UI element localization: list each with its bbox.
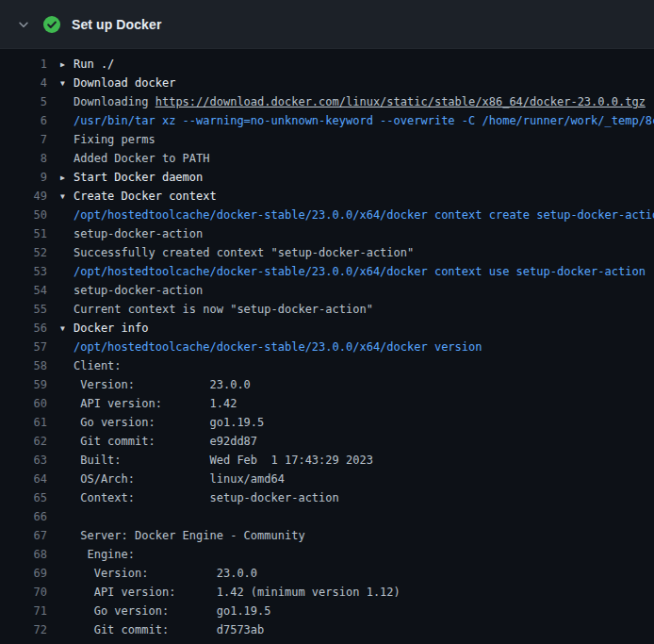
- log-text: Downloading https://download.docker.com/…: [55, 92, 646, 111]
- log-text: ▶Run ./: [55, 55, 114, 74]
- log-line: 50/opt/hostedtoolcache/docker-stable/23.…: [0, 206, 654, 224]
- log-line: 6/usr/bin/tar xz --warning=no-unknown-ke…: [0, 111, 654, 130]
- log-group-line[interactable]: 49▼Create Docker context: [0, 187, 654, 206]
- success-check-icon: [43, 16, 60, 33]
- log-group-line[interactable]: 56▼Docker info: [0, 319, 654, 338]
- log-text: Current context is now "setup-docker-act…: [55, 300, 373, 319]
- log-text: Git commit: e92dd87: [55, 432, 257, 451]
- log-text: Go version: go1.19.5: [55, 602, 271, 620]
- line-number[interactable]: 61: [0, 413, 55, 432]
- line-number[interactable]: 53: [0, 262, 55, 281]
- log-line: 51setup-docker-action: [0, 224, 654, 243]
- log-text: Version: 23.0.0: [55, 564, 257, 583]
- log-line: 52Successfully created context "setup-do…: [0, 243, 654, 262]
- line-number[interactable]: 50: [0, 206, 55, 224]
- log-line: 7Fixing perms: [0, 130, 654, 149]
- line-number[interactable]: 60: [0, 394, 55, 413]
- log-group-line[interactable]: 9▶Start Docker daemon: [0, 168, 654, 187]
- log-line: 63 Built: Wed Feb 1 17:43:29 2023: [0, 451, 654, 470]
- log-line: 66: [0, 507, 654, 526]
- log-line: 69 Version: 23.0.0: [0, 564, 654, 583]
- line-number[interactable]: 5: [0, 92, 55, 111]
- line-number[interactable]: 71: [0, 602, 55, 620]
- line-number[interactable]: 52: [0, 243, 55, 262]
- log-text: setup-docker-action: [55, 224, 203, 243]
- log-container: 1▶Run ./4▼Download docker5Downloading ht…: [0, 49, 654, 639]
- log-text: API version: 1.42 (minimum version 1.12): [55, 583, 401, 602]
- line-number[interactable]: 51: [0, 224, 55, 243]
- log-line: 67 Server: Docker Engine - Community: [0, 526, 654, 545]
- chevron-collapsed-icon[interactable]: ▶: [60, 56, 74, 74]
- log-text: Engine:: [55, 545, 135, 564]
- log-group-line[interactable]: 1▶Run ./: [0, 55, 654, 74]
- log-line: 60 API version: 1.42: [0, 394, 654, 413]
- chevron-expanded-icon[interactable]: ▼: [60, 320, 74, 338]
- log-line: 58Client:: [0, 356, 654, 375]
- line-number[interactable]: 65: [0, 488, 55, 507]
- log-text: Successfully created context "setup-dock…: [55, 243, 414, 262]
- log-line: 5Downloading https://download.docker.com…: [0, 92, 654, 111]
- log-line: 61 Go version: go1.19.5: [0, 413, 654, 432]
- line-number[interactable]: 58: [0, 356, 55, 375]
- chevron-expanded-icon[interactable]: ▼: [60, 74, 74, 92]
- log-text: ▼Create Docker context: [55, 187, 217, 206]
- step-title: Set up Docker: [72, 17, 161, 32]
- log-text: API version: 1.42: [55, 394, 237, 413]
- line-number[interactable]: 70: [0, 583, 55, 602]
- download-url-link[interactable]: https://download.docker.com/linux/static…: [155, 95, 646, 108]
- log-line: 57/opt/hostedtoolcache/docker-stable/23.…: [0, 338, 654, 356]
- log-line: 62 Git commit: e92dd87: [0, 432, 654, 451]
- log-text: /opt/hostedtoolcache/docker-stable/23.0.…: [55, 206, 654, 224]
- log-line: 71 Go version: go1.19.5: [0, 602, 654, 620]
- line-number[interactable]: 66: [0, 507, 55, 526]
- line-number[interactable]: 49: [0, 187, 55, 206]
- log-text: [55, 507, 74, 526]
- log-text: ▼Docker info: [55, 319, 148, 338]
- log-text: /opt/hostedtoolcache/docker-stable/23.0.…: [55, 262, 646, 281]
- line-number[interactable]: 7: [0, 130, 55, 149]
- log-group-line[interactable]: 4▼Download docker: [0, 74, 654, 92]
- log-text: Server: Docker Engine - Community: [55, 526, 305, 545]
- chevron-expanded-icon[interactable]: ▼: [60, 188, 74, 206]
- log-text: Context: setup-docker-action: [55, 488, 339, 507]
- line-number[interactable]: 4: [0, 74, 55, 92]
- log-text: Client:: [55, 356, 122, 375]
- chevron-collapsed-icon[interactable]: ▶: [60, 169, 74, 187]
- log-text: Git commit: d7573ab: [55, 620, 264, 639]
- log-line: 64 OS/Arch: linux/amd64: [0, 470, 654, 488]
- log-text: /opt/hostedtoolcache/docker-stable/23.0.…: [55, 338, 482, 356]
- line-number[interactable]: 67: [0, 526, 55, 545]
- step-header[interactable]: Set up Docker: [0, 0, 654, 49]
- log-text: ▼Download docker: [55, 74, 175, 92]
- line-number[interactable]: 64: [0, 470, 55, 488]
- line-number[interactable]: 9: [0, 168, 55, 187]
- line-number[interactable]: 8: [0, 149, 55, 168]
- log-text: Version: 23.0.0: [55, 375, 251, 394]
- log-line: 65 Context: setup-docker-action: [0, 488, 654, 507]
- line-number[interactable]: 72: [0, 620, 55, 639]
- log-line: 8Added Docker to PATH: [0, 149, 654, 168]
- log-line: 53/opt/hostedtoolcache/docker-stable/23.…: [0, 262, 654, 281]
- line-number[interactable]: 63: [0, 451, 55, 470]
- log-text: Built: Wed Feb 1 17:43:29 2023: [55, 451, 373, 470]
- log-text: Go version: go1.19.5: [55, 413, 264, 432]
- line-number[interactable]: 1: [0, 55, 55, 74]
- line-number[interactable]: 55: [0, 300, 55, 319]
- log-text: setup-docker-action: [55, 281, 203, 300]
- line-number[interactable]: 6: [0, 111, 55, 130]
- log-text: OS/Arch: linux/amd64: [55, 470, 285, 488]
- line-number[interactable]: 59: [0, 375, 55, 394]
- chevron-down-icon[interactable]: [15, 16, 32, 33]
- line-number[interactable]: 69: [0, 564, 55, 583]
- log-text: Added Docker to PATH: [55, 149, 210, 168]
- log-line: 68 Engine:: [0, 545, 654, 564]
- line-number[interactable]: 68: [0, 545, 55, 564]
- log-line: 54setup-docker-action: [0, 281, 654, 300]
- line-number[interactable]: 62: [0, 432, 55, 451]
- line-number[interactable]: 54: [0, 281, 55, 300]
- log-line: 70 API version: 1.42 (minimum version 1.…: [0, 583, 654, 602]
- log-text: /usr/bin/tar xz --warning=no-unknown-key…: [55, 111, 654, 130]
- line-number[interactable]: 56: [0, 319, 55, 338]
- line-number[interactable]: 57: [0, 338, 55, 356]
- log-text: ▶Start Docker daemon: [55, 168, 203, 187]
